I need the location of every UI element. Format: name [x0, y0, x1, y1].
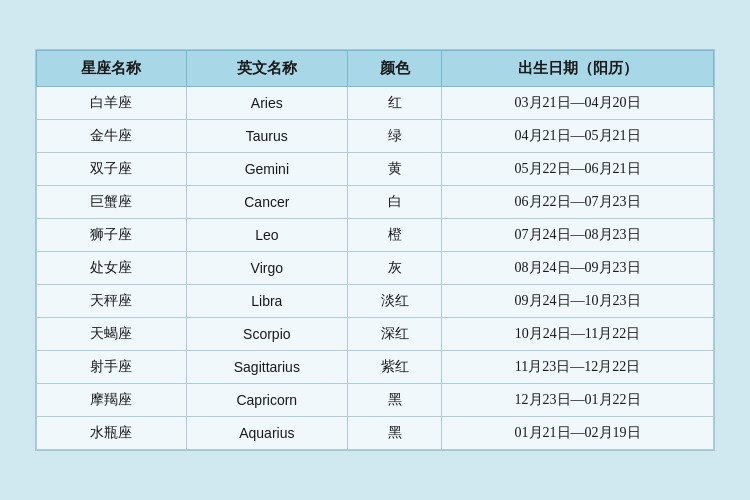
cell-color: 黑 [347, 417, 441, 450]
cell-date: 09月24日—10月23日 [442, 285, 714, 318]
cell-chinese-name: 狮子座 [37, 219, 187, 252]
cell-date: 12月23日—01月22日 [442, 384, 714, 417]
table-row: 狮子座Leo橙07月24日—08月23日 [37, 219, 714, 252]
cell-color: 深红 [347, 318, 441, 351]
header-date: 出生日期（阳历） [442, 51, 714, 87]
cell-chinese-name: 水瓶座 [37, 417, 187, 450]
cell-chinese-name: 金牛座 [37, 120, 187, 153]
cell-color: 紫红 [347, 351, 441, 384]
cell-chinese-name: 巨蟹座 [37, 186, 187, 219]
cell-color: 橙 [347, 219, 441, 252]
table-row: 白羊座Aries红03月21日—04月20日 [37, 87, 714, 120]
cell-color: 白 [347, 186, 441, 219]
cell-english-name: Scorpio [186, 318, 347, 351]
cell-color: 灰 [347, 252, 441, 285]
table-row: 天蝎座Scorpio深红10月24日—11月22日 [37, 318, 714, 351]
zodiac-table-container: 星座名称 英文名称 颜色 出生日期（阳历） 白羊座Aries红03月21日—04… [35, 49, 715, 451]
cell-english-name: Leo [186, 219, 347, 252]
cell-english-name: Sagittarius [186, 351, 347, 384]
header-english-name: 英文名称 [186, 51, 347, 87]
cell-english-name: Gemini [186, 153, 347, 186]
cell-color: 黄 [347, 153, 441, 186]
cell-date: 01月21日—02月19日 [442, 417, 714, 450]
table-row: 水瓶座Aquarius黑01月21日—02月19日 [37, 417, 714, 450]
table-header-row: 星座名称 英文名称 颜色 出生日期（阳历） [37, 51, 714, 87]
cell-english-name: Taurus [186, 120, 347, 153]
table-row: 射手座Sagittarius紫红11月23日—12月22日 [37, 351, 714, 384]
cell-english-name: Aries [186, 87, 347, 120]
cell-date: 07月24日—08月23日 [442, 219, 714, 252]
cell-color: 黑 [347, 384, 441, 417]
cell-english-name: Libra [186, 285, 347, 318]
cell-color: 红 [347, 87, 441, 120]
table-row: 金牛座Taurus绿04月21日—05月21日 [37, 120, 714, 153]
header-color: 颜色 [347, 51, 441, 87]
cell-english-name: Capricorn [186, 384, 347, 417]
table-row: 处女座Virgo灰08月24日—09月23日 [37, 252, 714, 285]
table-row: 巨蟹座Cancer白06月22日—07月23日 [37, 186, 714, 219]
cell-chinese-name: 天蝎座 [37, 318, 187, 351]
cell-chinese-name: 处女座 [37, 252, 187, 285]
cell-date: 10月24日—11月22日 [442, 318, 714, 351]
cell-chinese-name: 射手座 [37, 351, 187, 384]
table-row: 摩羯座Capricorn黑12月23日—01月22日 [37, 384, 714, 417]
cell-color: 淡红 [347, 285, 441, 318]
cell-chinese-name: 白羊座 [37, 87, 187, 120]
cell-english-name: Aquarius [186, 417, 347, 450]
cell-english-name: Virgo [186, 252, 347, 285]
cell-chinese-name: 摩羯座 [37, 384, 187, 417]
cell-chinese-name: 双子座 [37, 153, 187, 186]
cell-date: 11月23日—12月22日 [442, 351, 714, 384]
cell-date: 06月22日—07月23日 [442, 186, 714, 219]
cell-chinese-name: 天秤座 [37, 285, 187, 318]
cell-date: 05月22日—06月21日 [442, 153, 714, 186]
cell-english-name: Cancer [186, 186, 347, 219]
table-row: 天秤座Libra淡红09月24日—10月23日 [37, 285, 714, 318]
cell-date: 08月24日—09月23日 [442, 252, 714, 285]
table-row: 双子座Gemini黄05月22日—06月21日 [37, 153, 714, 186]
cell-color: 绿 [347, 120, 441, 153]
table-body: 白羊座Aries红03月21日—04月20日金牛座Taurus绿04月21日—0… [37, 87, 714, 450]
cell-date: 04月21日—05月21日 [442, 120, 714, 153]
cell-date: 03月21日—04月20日 [442, 87, 714, 120]
header-chinese-name: 星座名称 [37, 51, 187, 87]
zodiac-table: 星座名称 英文名称 颜色 出生日期（阳历） 白羊座Aries红03月21日—04… [36, 50, 714, 450]
